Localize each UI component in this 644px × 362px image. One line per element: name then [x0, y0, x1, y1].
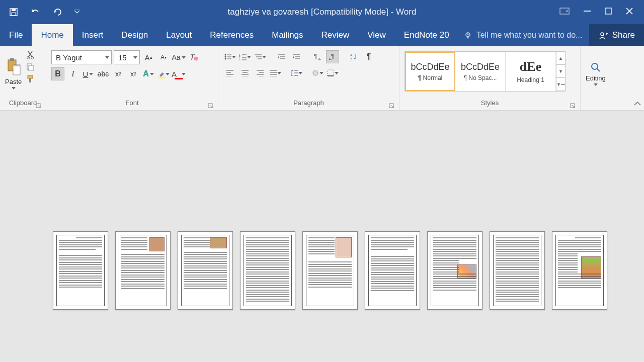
svg-rect-20	[28, 75, 33, 78]
clipboard-launcher[interactable]	[36, 103, 42, 109]
borders-button[interactable]	[326, 66, 339, 79]
style-no-spacing[interactable]: bCcDdEe ¶ No Spac...	[455, 52, 506, 91]
tab-endnote[interactable]: EndNote 20	[395, 24, 458, 46]
svg-rect-19	[29, 65, 33, 71]
font-launcher[interactable]	[208, 103, 214, 109]
grow-font-button[interactable]: A▴	[142, 51, 155, 64]
svg-point-11	[601, 33, 604, 36]
tab-review[interactable]: Review	[312, 24, 359, 46]
close-button[interactable]	[626, 8, 633, 17]
align-center-button[interactable]	[238, 66, 252, 79]
undo-button[interactable]	[30, 8, 41, 17]
numbering-button[interactable]: 123	[238, 50, 252, 63]
line-spacing-button[interactable]	[290, 66, 303, 79]
clipboard-label: Clipboard	[9, 99, 37, 107]
document-canvas[interactable]	[0, 111, 644, 362]
tab-mailings[interactable]: Mailings	[263, 24, 312, 46]
minimize-button[interactable]	[584, 8, 591, 17]
svg-line-75	[597, 68, 600, 71]
show-marks-button[interactable]: ¶	[362, 50, 375, 63]
styles-launcher[interactable]	[570, 103, 576, 109]
tell-me-search[interactable]: Tell me what you want to do...	[464, 24, 583, 46]
ribbon-display-options[interactable]	[559, 8, 570, 17]
svg-rect-21	[29, 78, 31, 82]
highlight-button[interactable]	[157, 67, 170, 80]
svg-rect-1	[12, 9, 16, 11]
page-thumb[interactable]	[53, 231, 108, 310]
tab-home[interactable]: Home	[32, 24, 72, 46]
svg-point-26	[225, 54, 226, 56]
paragraph-launcher[interactable]	[389, 103, 395, 109]
italic-button[interactable]: I	[66, 67, 79, 80]
font-size-value: 15	[118, 53, 127, 62]
justify-button[interactable]	[269, 66, 282, 79]
strikethrough-button[interactable]: abc	[97, 67, 110, 80]
font-size-combo[interactable]: 15	[114, 50, 140, 64]
svg-rect-23	[194, 56, 198, 61]
format-painter-button[interactable]	[25, 73, 36, 84]
page-thumb[interactable]	[365, 231, 420, 310]
page-thumb[interactable]	[490, 231, 545, 310]
copy-button[interactable]	[25, 61, 36, 72]
clear-formatting-button[interactable]	[187, 51, 200, 64]
rtl-direction-button[interactable]: ¶	[326, 50, 339, 63]
paste-button[interactable]: Paste	[3, 48, 24, 99]
editing-button[interactable]: Editing	[584, 48, 608, 99]
page-thumb[interactable]	[427, 231, 482, 310]
shrink-font-button[interactable]: A▾	[157, 51, 170, 64]
style-normal[interactable]: bCcDdEe ¶ Normal	[405, 52, 455, 91]
tab-references[interactable]: References	[201, 24, 263, 46]
redo-button[interactable]	[53, 8, 62, 17]
align-right-button[interactable]	[254, 66, 267, 79]
page-thumb[interactable]	[178, 231, 233, 310]
svg-point-10	[467, 37, 468, 39]
styles-gallery[interactable]: bCcDdEe ¶ Normal bCcDdEe ¶ No Spac... dE…	[405, 51, 566, 92]
bold-button[interactable]: B	[51, 67, 64, 80]
qat-customize[interactable]	[74, 10, 79, 15]
underline-button[interactable]: U	[82, 67, 95, 80]
increase-indent-button[interactable]	[290, 50, 303, 63]
text-effects-button[interactable]: A	[142, 67, 155, 80]
change-case-button[interactable]: Aa	[172, 51, 185, 64]
tab-insert[interactable]: Insert	[73, 24, 113, 46]
svg-text:¶: ¶	[314, 53, 317, 60]
decrease-indent-button[interactable]	[275, 50, 288, 63]
styles-scroll-up[interactable]: ▲	[556, 52, 565, 65]
tab-design[interactable]: Design	[112, 24, 157, 46]
subscript-button[interactable]: x2	[112, 67, 125, 80]
page-thumb[interactable]	[240, 231, 295, 310]
svg-rect-24	[158, 77, 165, 78]
page-thumb[interactable]	[302, 231, 358, 310]
styles-expand[interactable]: ▼	[556, 78, 565, 91]
svg-point-30	[225, 58, 226, 60]
shading-button[interactable]	[311, 66, 324, 79]
tab-view[interactable]: View	[358, 24, 395, 46]
multilevel-list-button[interactable]	[254, 50, 267, 63]
font-name-combo[interactable]: B Yagut	[51, 50, 112, 64]
cut-button[interactable]	[25, 49, 36, 60]
paragraph-label: Paragraph	[293, 99, 324, 107]
svg-rect-6	[605, 8, 611, 14]
align-left-button[interactable]	[223, 66, 236, 79]
collapse-ribbon-button[interactable]	[634, 99, 641, 108]
svg-rect-70	[328, 70, 334, 76]
page-thumb[interactable]	[115, 231, 171, 310]
tab-layout[interactable]: Layout	[157, 24, 201, 46]
page-thumb[interactable]	[552, 231, 607, 310]
maximize-button[interactable]	[605, 8, 612, 17]
font-name-value: B Yagut	[56, 53, 82, 62]
sort-button[interactable]: AZ	[347, 50, 360, 63]
style-heading1[interactable]: dEe Heading 1	[506, 52, 556, 91]
share-button[interactable]: Share	[589, 24, 644, 46]
svg-point-28	[225, 56, 226, 58]
svg-rect-15	[13, 65, 20, 66]
svg-rect-13	[10, 58, 14, 61]
svg-text:3: 3	[239, 58, 240, 60]
tab-file[interactable]: File	[0, 24, 32, 46]
save-button[interactable]	[9, 8, 18, 17]
ltr-direction-button[interactable]: ¶	[311, 50, 324, 63]
font-color-button[interactable]: A	[172, 67, 185, 80]
styles-scroll-down[interactable]: ▼	[556, 65, 565, 78]
bullets-button[interactable]	[223, 50, 236, 63]
superscript-button[interactable]: x2	[127, 67, 140, 80]
